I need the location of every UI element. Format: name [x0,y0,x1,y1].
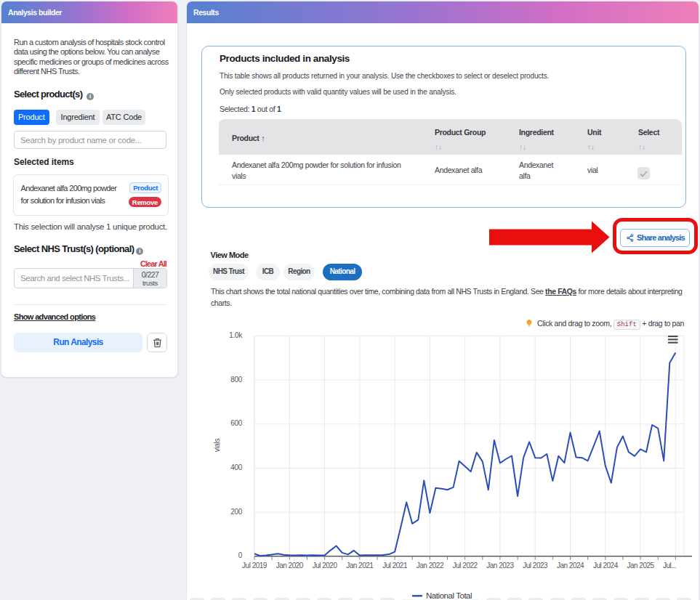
svg-text:Jan 2021: Jan 2021 [346,562,374,569]
svg-text:400: 400 [230,463,243,471]
svg-text:Jan 2024: Jan 2024 [557,562,584,569]
svg-text:Jul...: Jul... [663,562,676,569]
svg-text:Jan 2022: Jan 2022 [417,562,444,569]
svg-text:800: 800 [230,376,243,384]
svg-text:Jan 2025: Jan 2025 [627,562,654,569]
svg-text:Jan 2023: Jan 2023 [486,562,514,569]
svg-text:Jul 2021: Jul 2021 [382,562,408,569]
svg-text:Jul 2020: Jul 2020 [313,562,338,569]
svg-text:Jul 2023: Jul 2023 [523,562,548,569]
svg-text:1.0k: 1.0k [229,331,243,339]
svg-text:Jul 2024: Jul 2024 [593,562,619,569]
svg-text:Jul 2022: Jul 2022 [453,562,478,569]
svg-text:Jan 2020: Jan 2020 [276,562,304,569]
svg-text:Jul 2019: Jul 2019 [242,562,267,569]
svg-text:200: 200 [230,508,243,516]
svg-text:600: 600 [230,419,243,427]
svg-text:vials: vials [213,438,221,452]
svg-text:0: 0 [238,551,243,559]
